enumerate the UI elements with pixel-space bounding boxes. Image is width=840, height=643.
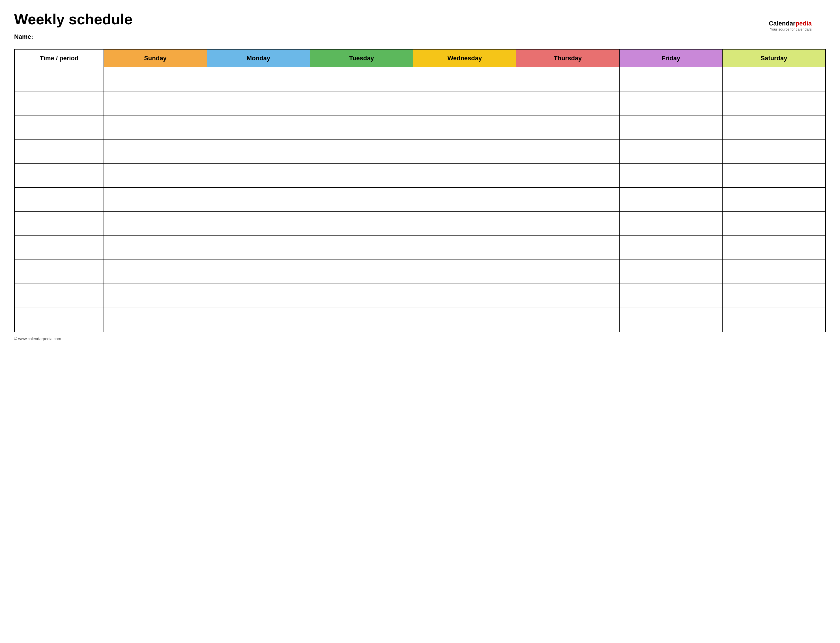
- logo-calendar-text: Calendar: [769, 20, 795, 27]
- table-cell[interactable]: [516, 260, 619, 284]
- table-cell[interactable]: [104, 91, 207, 116]
- table-cell[interactable]: [413, 236, 516, 260]
- table-cell[interactable]: [723, 91, 826, 116]
- table-cell[interactable]: [104, 140, 207, 163]
- table-cell[interactable]: [104, 188, 207, 212]
- table-cell[interactable]: [413, 67, 516, 91]
- table-cell[interactable]: [15, 308, 104, 332]
- table-cell[interactable]: [15, 260, 104, 284]
- table-row: [15, 67, 825, 91]
- table-cell[interactable]: [310, 188, 413, 212]
- table-cell[interactable]: [516, 284, 619, 308]
- table-cell[interactable]: [104, 284, 207, 308]
- schedule-table: Time / period Sunday Monday Tuesday Wedn…: [14, 49, 826, 332]
- table-cell[interactable]: [516, 188, 619, 212]
- table-cell[interactable]: [207, 67, 310, 91]
- table-cell[interactable]: [15, 284, 104, 308]
- table-cell[interactable]: [723, 236, 826, 260]
- table-row: [15, 188, 825, 212]
- table-cell[interactable]: [723, 188, 826, 212]
- table-cell[interactable]: [413, 140, 516, 163]
- table-cell[interactable]: [104, 212, 207, 236]
- table-cell[interactable]: [207, 212, 310, 236]
- table-cell[interactable]: [15, 91, 104, 116]
- page-title: Weekly schedule: [14, 11, 826, 28]
- table-cell[interactable]: [413, 188, 516, 212]
- table-cell[interactable]: [15, 236, 104, 260]
- table-cell[interactable]: [15, 188, 104, 212]
- table-cell[interactable]: [413, 308, 516, 332]
- table-cell[interactable]: [619, 212, 722, 236]
- table-cell[interactable]: [723, 308, 826, 332]
- footer: © www.calendarpedia.com: [14, 336, 826, 341]
- logo: Calendarpedia Your source for calendars: [769, 20, 812, 31]
- table-cell[interactable]: [310, 212, 413, 236]
- table-cell[interactable]: [207, 236, 310, 260]
- schedule-body: [15, 67, 825, 332]
- table-cell[interactable]: [516, 91, 619, 116]
- table-cell[interactable]: [619, 140, 722, 163]
- table-cell[interactable]: [413, 116, 516, 140]
- table-cell[interactable]: [15, 67, 104, 91]
- table-row: [15, 260, 825, 284]
- table-cell[interactable]: [15, 163, 104, 188]
- table-cell[interactable]: [619, 236, 722, 260]
- table-cell[interactable]: [619, 260, 722, 284]
- table-cell[interactable]: [516, 116, 619, 140]
- table-cell[interactable]: [310, 308, 413, 332]
- table-cell[interactable]: [207, 260, 310, 284]
- table-cell[interactable]: [619, 163, 722, 188]
- table-cell[interactable]: [207, 91, 310, 116]
- table-cell[interactable]: [413, 284, 516, 308]
- table-cell[interactable]: [310, 67, 413, 91]
- table-cell[interactable]: [310, 91, 413, 116]
- table-cell[interactable]: [516, 212, 619, 236]
- table-cell[interactable]: [723, 140, 826, 163]
- table-cell[interactable]: [619, 308, 722, 332]
- table-cell[interactable]: [516, 67, 619, 91]
- table-cell[interactable]: [104, 260, 207, 284]
- table-cell[interactable]: [310, 140, 413, 163]
- table-cell[interactable]: [723, 260, 826, 284]
- table-cell[interactable]: [104, 236, 207, 260]
- table-cell[interactable]: [104, 308, 207, 332]
- header-time: Time / period: [15, 49, 104, 67]
- table-cell[interactable]: [619, 188, 722, 212]
- table-cell[interactable]: [619, 116, 722, 140]
- table-cell[interactable]: [619, 91, 722, 116]
- table-cell[interactable]: [516, 308, 619, 332]
- table-cell[interactable]: [310, 260, 413, 284]
- table-cell[interactable]: [310, 116, 413, 140]
- table-cell[interactable]: [413, 260, 516, 284]
- table-cell[interactable]: [516, 236, 619, 260]
- table-cell[interactable]: [104, 116, 207, 140]
- table-cell[interactable]: [413, 212, 516, 236]
- table-cell[interactable]: [207, 163, 310, 188]
- table-cell[interactable]: [15, 212, 104, 236]
- table-cell[interactable]: [207, 140, 310, 163]
- table-cell[interactable]: [207, 308, 310, 332]
- table-cell[interactable]: [310, 236, 413, 260]
- table-cell[interactable]: [723, 116, 826, 140]
- table-cell[interactable]: [15, 116, 104, 140]
- table-cell[interactable]: [723, 67, 826, 91]
- table-cell[interactable]: [207, 188, 310, 212]
- header-tuesday: Tuesday: [310, 49, 413, 67]
- table-cell[interactable]: [207, 116, 310, 140]
- table-cell[interactable]: [723, 284, 826, 308]
- table-cell[interactable]: [15, 140, 104, 163]
- table-cell[interactable]: [413, 163, 516, 188]
- table-cell[interactable]: [723, 212, 826, 236]
- table-cell[interactable]: [516, 140, 619, 163]
- table-cell[interactable]: [310, 163, 413, 188]
- table-cell[interactable]: [516, 163, 619, 188]
- table-cell[interactable]: [104, 67, 207, 91]
- table-cell[interactable]: [619, 284, 722, 308]
- table-cell[interactable]: [413, 91, 516, 116]
- table-cell[interactable]: [310, 284, 413, 308]
- table-cell[interactable]: [619, 67, 722, 91]
- table-cell[interactable]: [104, 163, 207, 188]
- table-cell[interactable]: [207, 284, 310, 308]
- table-cell[interactable]: [723, 163, 826, 188]
- table-header-row: Time / period Sunday Monday Tuesday Wedn…: [15, 49, 825, 67]
